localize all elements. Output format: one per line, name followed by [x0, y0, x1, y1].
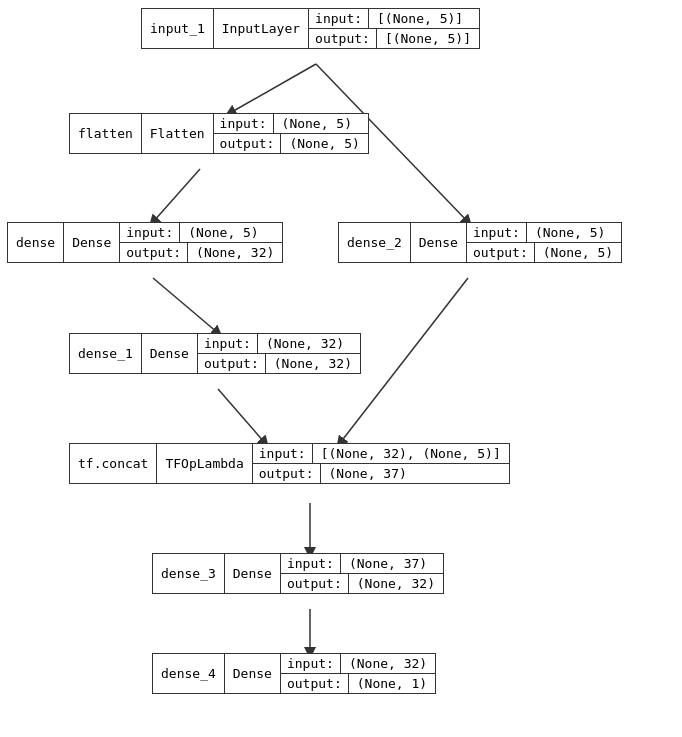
node-dense-3-input-value: (None, 37) [341, 554, 435, 573]
node-tf-concat-name: tf.concat [70, 444, 157, 483]
node-input-1-input-label: input: [309, 9, 369, 28]
node-dense-2: dense_2 Dense input: (None, 5) output: (… [338, 222, 622, 263]
node-flatten-output-value: (None, 5) [281, 134, 367, 153]
node-input-1-name: input_1 [142, 9, 214, 48]
node-dense-1-name: dense_1 [70, 334, 142, 373]
node-input-1-input-row: input: [(None, 5)] [309, 9, 479, 29]
node-flatten-input-row: input: (None, 5) [214, 114, 368, 134]
node-dense-1: dense_1 Dense input: (None, 32) output: … [69, 333, 361, 374]
neural-network-diagram: input_1 InputLayer input: [(None, 5)] ou… [0, 0, 682, 737]
node-dense-4: dense_4 Dense input: (None, 32) output: … [152, 653, 436, 694]
node-flatten-output-label: output: [214, 134, 282, 153]
svg-line-0 [230, 64, 316, 113]
node-dense-3-io: input: (None, 37) output: (None, 32) [281, 554, 443, 593]
node-tf-concat-input-value: [(None, 32), (None, 5)] [313, 444, 509, 463]
node-dense-3-output-row: output: (None, 32) [281, 574, 443, 593]
node-dense-2-output-row: output: (None, 5) [467, 243, 621, 262]
node-dense-1-output-row: output: (None, 32) [198, 354, 360, 373]
node-dense-3: dense_3 Dense input: (None, 37) output: … [152, 553, 444, 594]
node-dense-2-output-label: output: [467, 243, 535, 262]
node-input-1-type: InputLayer [214, 9, 309, 48]
node-dense-input-row: input: (None, 5) [120, 223, 282, 243]
node-dense-2-output-value: (None, 5) [535, 243, 621, 262]
node-dense-4-output-row: output: (None, 1) [281, 674, 435, 693]
node-input-1-input-value: [(None, 5)] [369, 9, 471, 28]
node-tf-concat-input-row: input: [(None, 32), (None, 5)] [253, 444, 509, 464]
node-flatten-input-label: input: [214, 114, 274, 133]
node-dense-output-row: output: (None, 32) [120, 243, 282, 262]
node-dense-3-type: Dense [225, 554, 281, 593]
node-input-1: input_1 InputLayer input: [(None, 5)] ou… [141, 8, 480, 49]
node-dense-2-input-label: input: [467, 223, 527, 242]
node-dense-input-value: (None, 5) [180, 223, 266, 242]
node-tf-concat-type: TFOpLambda [157, 444, 252, 483]
node-dense-2-input-row: input: (None, 5) [467, 223, 621, 243]
node-dense-name: dense [8, 223, 64, 262]
node-dense-1-input-value: (None, 32) [258, 334, 352, 353]
node-dense-4-io: input: (None, 32) output: (None, 1) [281, 654, 435, 693]
node-input-1-output-value: [(None, 5)] [377, 29, 479, 48]
node-dense-type: Dense [64, 223, 120, 262]
node-dense: dense Dense input: (None, 5) output: (No… [7, 222, 283, 263]
node-flatten-io: input: (None, 5) output: (None, 5) [214, 114, 368, 153]
node-dense-1-output-value: (None, 32) [266, 354, 360, 373]
node-dense-4-input-value: (None, 32) [341, 654, 435, 673]
node-flatten-name: flatten [70, 114, 142, 153]
node-dense-3-input-row: input: (None, 37) [281, 554, 443, 574]
node-input-1-output-label: output: [309, 29, 377, 48]
node-dense-3-name: dense_3 [153, 554, 225, 593]
svg-line-3 [153, 278, 218, 333]
node-dense-1-output-label: output: [198, 354, 266, 373]
node-dense-1-input-label: input: [198, 334, 258, 353]
node-flatten-type: Flatten [142, 114, 214, 153]
node-tf-concat-input-label: input: [253, 444, 313, 463]
node-dense-2-input-value: (None, 5) [527, 223, 613, 242]
node-flatten: flatten Flatten input: (None, 5) output:… [69, 113, 369, 154]
svg-line-4 [218, 389, 265, 443]
node-dense-output-label: output: [120, 243, 188, 262]
node-tf-concat-output-row: output: (None, 37) [253, 464, 509, 483]
node-dense-2-name: dense_2 [339, 223, 411, 262]
node-input-1-output-row: output: [(None, 5)] [309, 29, 479, 48]
svg-line-2 [153, 169, 200, 222]
node-dense-input-label: input: [120, 223, 180, 242]
node-dense-4-output-label: output: [281, 674, 349, 693]
node-input-1-io: input: [(None, 5)] output: [(None, 5)] [309, 9, 479, 48]
node-dense-4-output-value: (None, 1) [349, 674, 435, 693]
node-flatten-output-row: output: (None, 5) [214, 134, 368, 153]
node-dense-output-value: (None, 32) [188, 243, 282, 262]
node-dense-3-input-label: input: [281, 554, 341, 573]
node-dense-2-io: input: (None, 5) output: (None, 5) [467, 223, 621, 262]
node-dense-3-output-value: (None, 32) [349, 574, 443, 593]
node-dense-1-type: Dense [142, 334, 198, 373]
node-dense-4-input-row: input: (None, 32) [281, 654, 435, 674]
node-dense-4-name: dense_4 [153, 654, 225, 693]
node-dense-1-input-row: input: (None, 32) [198, 334, 360, 354]
node-dense-4-type: Dense [225, 654, 281, 693]
node-tf-concat-output-value: (None, 37) [321, 464, 415, 483]
node-dense-2-type: Dense [411, 223, 467, 262]
node-tf-concat-output-label: output: [253, 464, 321, 483]
node-flatten-input-value: (None, 5) [274, 114, 360, 133]
node-dense-io: input: (None, 5) output: (None, 32) [120, 223, 282, 262]
node-dense-1-io: input: (None, 32) output: (None, 32) [198, 334, 360, 373]
node-tf-concat: tf.concat TFOpLambda input: [(None, 32),… [69, 443, 510, 484]
node-dense-4-input-label: input: [281, 654, 341, 673]
node-tf-concat-io: input: [(None, 32), (None, 5)] output: (… [253, 444, 509, 483]
node-dense-3-output-label: output: [281, 574, 349, 593]
